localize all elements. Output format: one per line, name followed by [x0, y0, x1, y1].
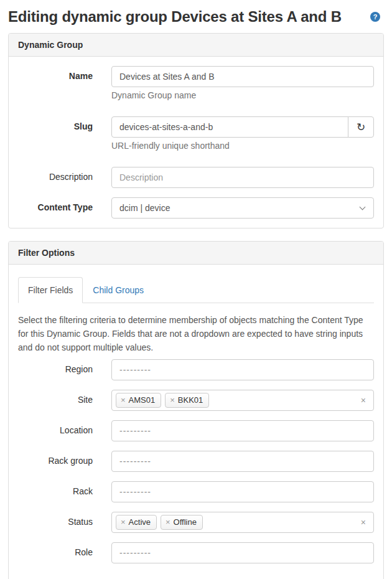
- site-field-row: Site ×AMS01 ×BKK01 ×: [18, 390, 374, 411]
- content-type-label: Content Type: [18, 197, 111, 219]
- rack-placeholder: ---------: [119, 486, 366, 498]
- slug-field-row: Slug ↻ URL-friendly unique shorthand: [18, 116, 374, 158]
- filter-options-panel-body: Filter Fields Child Groups Select the fi…: [9, 265, 383, 579]
- dynamic-group-panel: Dynamic Group Name Dynamic Group name Sl…: [8, 33, 384, 228]
- tab-filter-fields[interactable]: Filter Fields: [18, 277, 83, 303]
- site-tag: ×BKK01: [165, 393, 209, 408]
- page-header: Editing dynamic group Devices at Sites A…: [8, 9, 384, 25]
- dynamic-group-panel-heading: Dynamic Group: [9, 34, 383, 57]
- rack-group-field-row: Rack group ---------: [18, 451, 374, 472]
- role-label: Role: [18, 542, 111, 563]
- filter-fields-description: Select the filtering criteria to determi…: [18, 313, 374, 354]
- region-label: Region: [18, 359, 111, 380]
- description-field-row: Description: [18, 167, 374, 188]
- tag-label: Offline: [174, 517, 197, 527]
- content-type-select[interactable]: dcim | device: [111, 197, 374, 219]
- location-label: Location: [18, 420, 111, 441]
- status-tag: ×Offline: [161, 515, 203, 530]
- edit-dynamic-group-page: Editing dynamic group Devices at Sites A…: [0, 9, 392, 579]
- remove-tag-icon[interactable]: ×: [121, 395, 126, 405]
- status-tag: ×Active: [116, 515, 157, 530]
- location-select[interactable]: ---------: [111, 420, 374, 441]
- filter-options-tabs: Filter Fields Child Groups: [18, 277, 374, 303]
- tag-label: AMS01: [129, 395, 156, 405]
- rack-label: Rack: [18, 481, 111, 502]
- tag-label: BKK01: [178, 395, 203, 405]
- name-label: Name: [18, 66, 111, 107]
- slug-input[interactable]: [111, 116, 348, 138]
- filter-options-panel-heading: Filter Options: [9, 242, 383, 265]
- status-label: Status: [18, 512, 111, 533]
- rack-group-placeholder: ---------: [119, 455, 366, 468]
- region-select[interactable]: ---------: [111, 359, 374, 380]
- rack-group-select[interactable]: ---------: [111, 451, 374, 472]
- content-type-field-row: Content Type dcim | device: [18, 197, 374, 219]
- tag-label: Active: [129, 517, 151, 527]
- rack-select[interactable]: ---------: [111, 481, 374, 502]
- dynamic-group-panel-body: Name Dynamic Group name Slug ↻ URL-frien…: [9, 57, 383, 228]
- location-placeholder: ---------: [119, 425, 366, 437]
- name-help-text: Dynamic Group name: [111, 90, 374, 101]
- remove-tag-icon[interactable]: ×: [121, 517, 126, 527]
- clear-selection-icon[interactable]: ×: [356, 516, 366, 529]
- refresh-icon: ↻: [357, 122, 365, 133]
- rack-group-label: Rack group: [18, 451, 111, 472]
- role-field-row: Role ---------: [18, 542, 374, 563]
- region-placeholder: ---------: [119, 364, 366, 376]
- slug-label: Slug: [18, 116, 111, 158]
- role-placeholder: ---------: [119, 547, 366, 559]
- site-label: Site: [18, 390, 111, 411]
- description-label: Description: [18, 167, 111, 188]
- slug-help-text: URL-friendly unique shorthand: [111, 141, 374, 151]
- chevron-down-icon: [360, 204, 366, 210]
- region-field-row: Region ---------: [18, 359, 374, 380]
- rack-field-row: Rack ---------: [18, 481, 374, 502]
- status-multiselect[interactable]: ×Active ×Offline ×: [111, 512, 374, 533]
- filter-options-panel: Filter Options Filter Fields Child Group…: [8, 241, 384, 579]
- clear-selection-icon[interactable]: ×: [356, 394, 366, 407]
- status-field-row: Status ×Active ×Offline ×: [18, 512, 374, 533]
- site-tag: ×AMS01: [116, 393, 161, 408]
- name-field-row: Name Dynamic Group name: [18, 66, 374, 107]
- site-multiselect[interactable]: ×AMS01 ×BKK01 ×: [111, 390, 374, 411]
- page-title: Editing dynamic group Devices at Sites A…: [8, 9, 342, 25]
- role-select[interactable]: ---------: [111, 542, 374, 563]
- tab-child-groups[interactable]: Child Groups: [83, 277, 154, 303]
- remove-tag-icon[interactable]: ×: [166, 517, 170, 527]
- content-type-selected-value: dcim | device: [119, 202, 355, 214]
- location-field-row: Location ---------: [18, 420, 374, 441]
- help-icon[interactable]: ?: [370, 12, 380, 22]
- description-input[interactable]: [111, 167, 374, 188]
- regenerate-slug-button[interactable]: ↻: [348, 116, 374, 138]
- remove-tag-icon[interactable]: ×: [170, 395, 175, 405]
- name-input[interactable]: [111, 66, 374, 87]
